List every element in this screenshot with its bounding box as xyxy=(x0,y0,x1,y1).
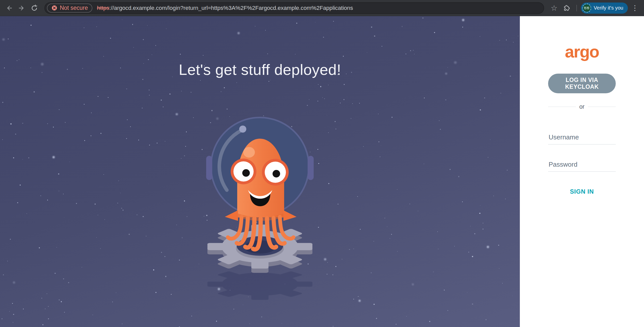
star-dot xyxy=(445,99,446,100)
star-dot xyxy=(433,272,434,272)
bookmark-button[interactable]: ☆ xyxy=(549,3,560,14)
star-dot xyxy=(468,252,469,252)
password-input[interactable] xyxy=(548,159,616,172)
extensions-button[interactable] xyxy=(561,3,572,14)
star-dot xyxy=(202,149,203,150)
star-dot xyxy=(270,80,271,80)
star-dot xyxy=(367,52,367,53)
star-dot xyxy=(65,122,66,123)
star-dot xyxy=(63,278,64,279)
star-dot xyxy=(352,103,353,104)
star-dot xyxy=(187,216,187,217)
star-dot xyxy=(15,134,16,135)
star-dot xyxy=(340,103,341,103)
star-dot xyxy=(467,292,468,293)
star-dot xyxy=(438,249,439,249)
star-dot xyxy=(359,103,360,104)
star-dot xyxy=(148,184,149,184)
star-dot xyxy=(48,318,49,319)
star-dot xyxy=(434,32,435,33)
star-dot xyxy=(117,203,118,203)
star-dot xyxy=(233,309,234,310)
login-via-keycloak-button[interactable]: LOG IN VIA KEYCLOAK xyxy=(548,74,616,93)
star-dot xyxy=(133,47,134,48)
url-text: https://argocd.example.com/login?return_… xyxy=(97,5,353,11)
not-secure-badge[interactable]: Not secure xyxy=(47,4,92,13)
star-dot xyxy=(103,56,104,56)
star-dot xyxy=(381,145,381,146)
star-dot xyxy=(182,237,183,238)
username-input[interactable] xyxy=(548,131,616,144)
star-dot xyxy=(498,245,499,246)
url-bar[interactable]: Not secure https://argocd.example.com/lo… xyxy=(44,2,544,14)
star-dot xyxy=(155,45,156,46)
star-dot xyxy=(13,281,15,284)
star-dot xyxy=(176,225,177,225)
star-dot xyxy=(320,86,321,87)
star-dot xyxy=(454,246,455,246)
star-dot xyxy=(19,59,19,60)
star-dot xyxy=(127,120,128,120)
helmet-handle-right xyxy=(308,156,314,180)
star-dot xyxy=(371,26,372,27)
star-dot xyxy=(47,123,48,124)
browser-menu-button[interactable]: ⋮ xyxy=(629,3,640,14)
page-title: Let's get stuff deployed! xyxy=(0,61,520,78)
star-dot xyxy=(26,213,27,214)
divider-line-right xyxy=(588,107,616,107)
star-dot xyxy=(171,294,172,295)
star-dot xyxy=(91,112,92,113)
star-dot xyxy=(359,297,360,298)
star-dot xyxy=(317,101,318,101)
star-dot xyxy=(100,133,101,134)
star-dot xyxy=(110,38,111,39)
star-dot xyxy=(483,223,483,223)
star-dot xyxy=(7,261,8,261)
star-dot xyxy=(444,290,445,290)
star-dot xyxy=(406,316,407,317)
forward-button[interactable] xyxy=(16,3,27,14)
star-dot xyxy=(58,173,59,174)
star-dot xyxy=(184,200,185,201)
reload-button[interactable] xyxy=(29,3,40,14)
star-dot xyxy=(250,323,250,324)
star-dot xyxy=(52,156,55,158)
star-dot xyxy=(295,54,296,54)
star-dot xyxy=(480,36,480,37)
star-dot xyxy=(371,272,372,273)
star-dot xyxy=(373,304,374,305)
star-dot xyxy=(323,37,324,38)
star-dot xyxy=(84,27,85,28)
star-dot xyxy=(28,157,29,158)
star-dot xyxy=(121,208,122,209)
star-dot xyxy=(186,131,187,132)
star-dot xyxy=(332,274,333,275)
toolbar-divider xyxy=(576,5,577,11)
star-dot xyxy=(122,323,123,324)
star-dot xyxy=(349,249,350,250)
star-dot xyxy=(96,26,97,27)
star-dot xyxy=(165,165,165,165)
star-dot xyxy=(69,162,70,162)
star-dot xyxy=(9,311,10,312)
star-dot xyxy=(440,129,441,130)
star-dot xyxy=(70,312,70,312)
star-dot xyxy=(59,109,59,110)
page-content: Let's get stuff deployed! xyxy=(0,16,644,327)
star-dot xyxy=(185,146,186,147)
star-dot xyxy=(64,312,65,313)
username-field-row xyxy=(548,131,616,144)
star-dot xyxy=(108,97,109,98)
star-dot xyxy=(358,296,359,297)
gear-shadow xyxy=(207,269,312,300)
back-button[interactable] xyxy=(4,3,15,14)
star-dot xyxy=(227,109,228,110)
sign-in-button[interactable]: SIGN IN xyxy=(569,188,596,195)
star-dot xyxy=(153,269,154,270)
argo-logo: argo xyxy=(548,43,616,60)
profile-button[interactable]: 민진 Verify it's you xyxy=(581,3,628,14)
star-dot xyxy=(63,194,64,194)
star-dot xyxy=(236,82,237,83)
star-dot xyxy=(410,204,410,204)
helmet-handle-left xyxy=(206,156,212,180)
